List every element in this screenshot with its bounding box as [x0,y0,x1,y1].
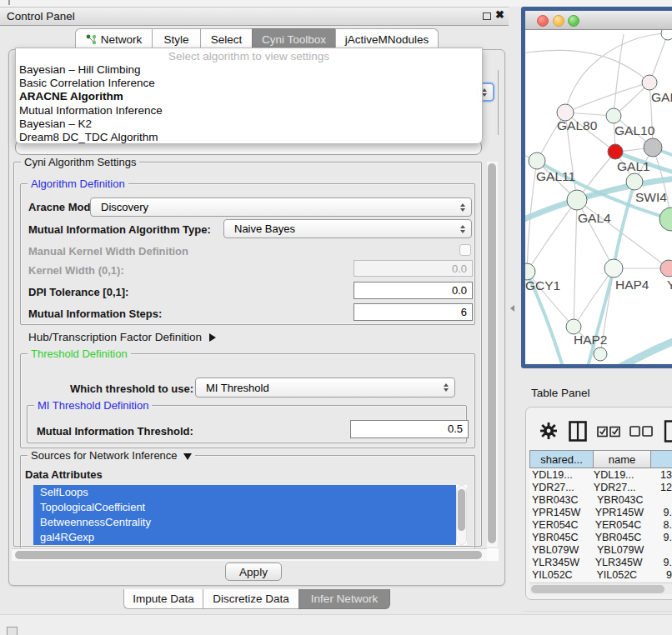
algorithm-option[interactable]: Dream8 DC_TDC Algorithm [16,131,482,144]
data-attribute-item[interactable]: TopologicalCoefficient [33,500,456,515]
table-header-extra[interactable] [650,450,672,468]
algorithm-option[interactable]: Bayesian – K2 [16,118,482,131]
network-node-swi4[interactable] [626,173,643,190]
data-attributes-list[interactable]: SelfLoopsTopologicalCoefficientBetweenne… [33,485,467,545]
zoom-traffic-light[interactable] [568,15,579,27]
table-row[interactable]: YBL079WYBL079W [529,543,672,556]
settings-hscrollbar-thumb[interactable] [15,551,482,559]
manual-kernel-checkbox[interactable] [459,244,471,256]
algorithm-definition-title: Algorithm Definition [28,178,128,190]
data-attribute-item[interactable]: SelfLoops [33,485,456,500]
table-row[interactable]: YIL052CYIL052C9 [529,568,672,581]
table-row[interactable]: YDR27...YDR27...12 [529,481,672,493]
algorithm-option[interactable]: Bayesian – Hill Climbing [16,63,482,77]
settings-hscrollbar[interactable] [12,548,499,561]
hidden-groupbox-edge [498,70,499,135]
network-node-gal10[interactable] [606,108,621,123]
table-header-shared[interactable]: shared... [529,450,594,468]
table-body: YDL19...YDL19...13YDR27...YDR27...12YBR0… [529,468,672,582]
mi-type-combo[interactable]: Naive Bayes [223,219,472,238]
table-cell: YIL052C [529,569,595,581]
table-row[interactable]: YER054CYER054C8. [529,518,672,531]
kernel-width-field[interactable]: 0.0 [354,260,473,277]
table-cell: YPR145W [529,507,594,518]
network-node[interactable] [661,30,672,40]
table-hscrollbar[interactable] [529,582,672,594]
settings-vscrollbar[interactable] [487,162,498,547]
table-cell: 8. [651,519,672,531]
apply-button[interactable]: Apply [225,562,282,581]
table-cell: 9. [651,532,672,543]
node-label-swi4: SWI4 [635,190,667,204]
screen: { "titlebar": { "title": "Control Panel"… [0,0,672,635]
node-label-gal1: GAL1 [617,159,650,173]
network-node-gal[interactable] [642,75,657,90]
data-attribute-item[interactable]: gal4RGexp [33,530,456,545]
node-label-gal4: GAL4 [578,211,611,225]
bottom-strip [0,614,672,635]
table-row[interactable]: YPR145WYPR145W9. [529,506,672,518]
dpi-tolerance-field[interactable]: 0.0 [354,282,473,299]
manual-kernel-label: Manual Kernel Width Definition [28,245,188,258]
document-icon[interactable] [664,420,672,442]
table-cell: 9. [651,507,672,518]
network-node-hap4[interactable] [604,259,623,278]
network-node-gal11[interactable] [529,152,545,169]
float-window-icon[interactable] [483,12,491,20]
bottom-tabbar: Impute DataDiscretize DataInfer Network [123,589,390,609]
tab-infer-network[interactable]: Infer Network [298,589,390,609]
network-node-gcy1[interactable] [525,263,535,280]
table-row[interactable]: YBR045CYBR045C9. [529,531,672,543]
select-all-checkboxes-icon[interactable] [597,426,620,438]
node-label-gal11: GAL11 [536,169,575,183]
close-traffic-light[interactable] [537,15,549,27]
table-row[interactable]: YLR345WYLR345W9. [529,556,672,568]
network-node[interactable] [594,348,607,361]
table-cell: YDR27... [529,482,592,493]
table-cell: YDL19... [592,469,648,481]
algorithm-option[interactable]: Mutual Information Inference [16,104,482,118]
table-header-name[interactable]: name [593,450,651,468]
mi-steps-field[interactable]: 6 [354,303,473,321]
hub-definition-expander[interactable]: Hub/Transcription Factor Definition [28,331,216,343]
network-view-window[interactable]: GALGAL80GAL10GAL1GAL11SWI4GAL4GCY1HAP4YH… [521,7,672,368]
table-row[interactable]: YBR043CYBR043C [529,493,672,506]
which-threshold-combo[interactable]: MI Threshold [195,378,455,398]
tab-discretize-data[interactable]: Discretize Data [203,589,298,609]
tab-impute-data[interactable]: Impute Data [123,589,203,609]
network-node-y[interactable] [660,260,672,277]
tab-label: Discretize Data [213,592,289,605]
top-strip [0,0,672,7]
mi-type-value: Naive Bayes [234,222,295,235]
which-threshold-label: Which threshold to use: [70,382,193,395]
data-attribute-item[interactable]: BetweennessCentrality [33,515,456,530]
columns-icon[interactable] [569,421,587,442]
tab-label: jActiveMNodules [345,33,429,46]
network-node[interactable] [644,138,662,157]
network-canvas[interactable]: GALGAL80GAL10GAL1GAL11SWI4GAL4GCY1HAP4YH… [525,30,672,367]
aracne-mode-combo[interactable]: Discovery [90,198,472,217]
attr-list-scrollbar-thumb[interactable] [458,489,465,531]
deselect-all-checkboxes-icon[interactable] [629,426,653,437]
table-row[interactable]: YDL19...YDL19...13 [529,468,672,481]
settings-vscrollbar-thumb[interactable] [488,163,496,543]
algorithm-option[interactable]: ARACNE Algorithm [16,90,482,103]
algorithm-option[interactable]: Basic Correlation Inference [16,77,482,90]
sources-title[interactable]: Sources for Network Inference [28,449,195,462]
close-icon[interactable]: ✖ [495,8,504,21]
network-node-gal4[interactable] [567,190,587,210]
network-window-titlebar[interactable] [525,11,672,30]
attr-list-scrollbar[interactable] [456,485,467,545]
table-cell: 13 [648,469,672,481]
network-node[interactable] [659,208,672,231]
network-node-gal1[interactable] [608,144,623,159]
gear-icon[interactable] [540,422,557,440]
minimized-panel-grip[interactable] [7,627,18,635]
node-label-gal80: GAL80 [557,118,598,132]
minimize-traffic-light[interactable] [553,15,564,27]
algorithm-dropdown-items: Bayesian – Hill ClimbingBasic Correlatio… [16,63,482,144]
threshold-definition-title: Threshold Definition [28,348,131,360]
mi-threshold-field[interactable]: 0.5 [350,420,469,438]
panel-splitter-handle[interactable] [510,305,514,312]
table-hscrollbar-thumb[interactable] [531,585,664,593]
